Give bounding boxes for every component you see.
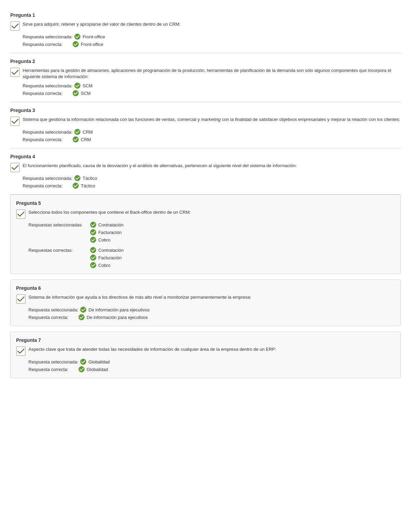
- pregunta-3-content: Sistema que gestiona la información rela…: [10, 116, 401, 126]
- pregunta-7-selected-value: Globalidad: [88, 359, 110, 364]
- pregunta-1-checkbox-icon: [10, 21, 20, 31]
- pregunta-5-checkbox-icon: [16, 209, 26, 219]
- pregunta-4-correct-value: Táctico: [81, 183, 95, 188]
- page-container: Pregunta 1 Sirve para adquirir, retener …: [0, 0, 411, 391]
- pregunta-3-correct-check-icon: [73, 136, 79, 143]
- pregunta-5-selected-item-text-0: Contratación: [98, 222, 124, 227]
- pregunta-2-correct-value: SCM: [81, 91, 91, 96]
- pregunta-5-correct-item-text-2: Cobro: [98, 263, 110, 268]
- pregunta-4-checkbox-icon: [10, 163, 20, 172]
- pregunta-5-multi-answers: Respuestas seleccionadas: Contratación F…: [28, 222, 395, 268]
- pregunta-7-selected-label: Respuesta seleccionada:: [28, 359, 78, 364]
- pregunta-1-correct-value: Front-office: [81, 42, 103, 47]
- pregunta-5-correct-item-0: Contratación: [90, 247, 124, 253]
- pregunta-7-correct-row: Respuesta correcta: Globalidad: [28, 366, 395, 372]
- pregunta-3-selected-value: CRM: [83, 129, 93, 135]
- pregunta-3-selected-row: Respuesta seleccionada: CRM: [23, 129, 401, 135]
- pregunta-6-checkbox-icon: [16, 294, 26, 304]
- pregunta-3-correct-label: Respuesta correcta:: [23, 137, 71, 142]
- pregunta-3-correct-row: Respuesta correcta: CRM: [23, 136, 401, 143]
- pregunta-6-selected-row: Respuesta seleccionada: De información p…: [28, 307, 395, 313]
- pregunta-7-selected-row: Respuesta seleccionada: Globalidad: [28, 359, 395, 365]
- pregunta-6-content: Sistema de información que ayuda a los d…: [16, 294, 395, 304]
- pregunta-2-checkbox-icon: [10, 67, 20, 77]
- pregunta-5-selected-item-icon-1: [90, 229, 96, 235]
- pregunta-5-correct-item-text-1: Facturación: [98, 255, 122, 260]
- pregunta-2-selected-row: Respuesta seleccionada: SCM: [23, 83, 401, 89]
- pregunta-5-text: Selecciona todos los componentes que con…: [28, 209, 395, 215]
- pregunta-1-content: Sirve para adquirir, retener y apropiars…: [10, 21, 401, 31]
- pregunta-5-correct-item-icon-0: [90, 247, 96, 253]
- pregunta-5: Pregunta 5 Selecciona todos los componen…: [10, 195, 401, 274]
- pregunta-6-text: Sistema de información que ayuda a los d…: [28, 294, 395, 300]
- pregunta-5-correct-item-icon-2: [90, 262, 96, 268]
- pregunta-7-correct-check-icon: [78, 366, 85, 372]
- pregunta-4-content: El funcionamiento planificado, causa de …: [10, 163, 401, 172]
- pregunta-6-selected-check-icon: [80, 307, 86, 313]
- pregunta-6-correct-row: Respuesta correcta: De información para …: [28, 314, 395, 320]
- pregunta-5-correct-item-text-0: Contratación: [98, 248, 124, 253]
- pregunta-6-correct-value: De información para ejecutivos: [87, 315, 148, 320]
- pregunta-2-correct-check-icon: [73, 90, 79, 96]
- pregunta-4-title: Pregunta 4: [10, 154, 401, 159]
- pregunta-1-correct-check-icon: [73, 41, 79, 47]
- pregunta-4-selected-row: Respuesta seleccionada: Táctico: [23, 175, 401, 181]
- pregunta-3-title: Pregunta 3: [10, 108, 401, 113]
- pregunta-6-correct-label: Respuesta correcta:: [28, 315, 76, 320]
- pregunta-2-content: Herramientas para la gestión de almacene…: [10, 67, 401, 80]
- pregunta-5-selected-item-icon-0: [90, 222, 96, 228]
- pregunta-6-selected-value: De información para ejecutivos: [88, 307, 149, 312]
- pregunta-5-selected-multi-row: Respuestas seleccionadas: Contratación F…: [28, 222, 395, 243]
- pregunta-6-selected-label: Respuesta seleccionada:: [28, 307, 78, 312]
- pregunta-3-checkbox-icon: [10, 116, 20, 126]
- pregunta-7-text: Aspecto clave que trata de atender todas…: [28, 346, 395, 352]
- pregunta-5-correct-item-1: Facturación: [90, 255, 124, 261]
- pregunta-5-selected-item-text-1: Facturación: [98, 230, 122, 235]
- pregunta-5-correct-item-icon-1: [90, 255, 96, 261]
- pregunta-4-correct-label: Respuesta correcta:: [23, 183, 71, 188]
- pregunta-7-correct-label: Respuesta correcta:: [28, 367, 76, 372]
- pregunta-5-selected-item-2: Cobro: [90, 237, 124, 243]
- pregunta-7-selected-check-icon: [80, 359, 86, 365]
- pregunta-2: Pregunta 2 Herramientas para la gestión …: [10, 53, 401, 102]
- pregunta-6-title: Pregunta 6: [16, 285, 395, 291]
- pregunta-5-correct-multi-row: Respuestas correctas: Contratación Factu…: [28, 247, 395, 268]
- pregunta-5-selected-multi-values: Contratación Facturación Cobro: [90, 222, 124, 243]
- pregunta-1-selected-check-icon: [74, 34, 80, 40]
- pregunta-3-selected-check-icon: [74, 129, 80, 135]
- pregunta-2-selected-value: SCM: [83, 83, 92, 88]
- pregunta-3-selected-label: Respuesta seleccionada:: [23, 129, 72, 135]
- pregunta-7-checkbox-icon: [16, 346, 26, 356]
- pregunta-5-content: Selecciona todos los componentes que con…: [16, 209, 395, 219]
- pregunta-1-title: Pregunta 1: [10, 12, 401, 18]
- pregunta-5-selected-item-0: Contratación: [90, 222, 124, 228]
- pregunta-5-selected-multi-label: Respuestas seleccionadas:: [28, 222, 90, 227]
- pregunta-3: Pregunta 3 Sistema que gestiona la infor…: [10, 102, 401, 148]
- pregunta-2-selected-label: Respuesta seleccionada:: [23, 83, 72, 88]
- pregunta-5-selected-item-icon-2: [90, 237, 96, 243]
- pregunta-5-selected-item-text-2: Cobro: [98, 237, 110, 243]
- pregunta-4-text: El funcionamiento planificado, causa de …: [23, 163, 401, 169]
- pregunta-3-correct-value: CRM: [81, 137, 91, 142]
- pregunta-2-text: Herramientas para la gestión de almacene…: [23, 67, 401, 80]
- pregunta-7: Pregunta 7 Aspecto clave que trata de at…: [10, 332, 401, 378]
- pregunta-1: Pregunta 1 Sirve para adquirir, retener …: [10, 7, 401, 53]
- pregunta-4-correct-row: Respuesta correcta: Táctico: [23, 183, 401, 189]
- pregunta-2-title: Pregunta 2: [10, 59, 401, 64]
- pregunta-7-content: Aspecto clave que trata de atender todas…: [16, 346, 395, 356]
- pregunta-1-text: Sirve para adquirir, retener y apropiars…: [23, 21, 401, 27]
- pregunta-5-title: Pregunta 5: [16, 200, 395, 206]
- pregunta-6-correct-check-icon: [78, 314, 85, 320]
- pregunta-1-correct-label: Respuesta correcta:: [23, 42, 71, 47]
- pregunta-4-correct-check-icon: [73, 183, 79, 189]
- pregunta-2-selected-check-icon: [74, 83, 80, 89]
- pregunta-7-title: Pregunta 7: [16, 337, 395, 343]
- pregunta-6: Pregunta 6 Sistema de información que ay…: [10, 280, 401, 326]
- pregunta-5-correct-multi-values: Contratación Facturación Cobro: [90, 247, 124, 268]
- pregunta-2-correct-row: Respuesta correcta: SCM: [23, 90, 401, 96]
- pregunta-4-selected-value: Táctico: [83, 176, 97, 181]
- pregunta-2-correct-label: Respuesta correcta:: [23, 91, 71, 96]
- pregunta-4: Pregunta 4 El funcionamiento planificado…: [10, 148, 401, 195]
- pregunta-1-correct-row: Respuesta correcta: Front-office: [23, 41, 401, 47]
- pregunta-4-selected-check-icon: [74, 175, 80, 181]
